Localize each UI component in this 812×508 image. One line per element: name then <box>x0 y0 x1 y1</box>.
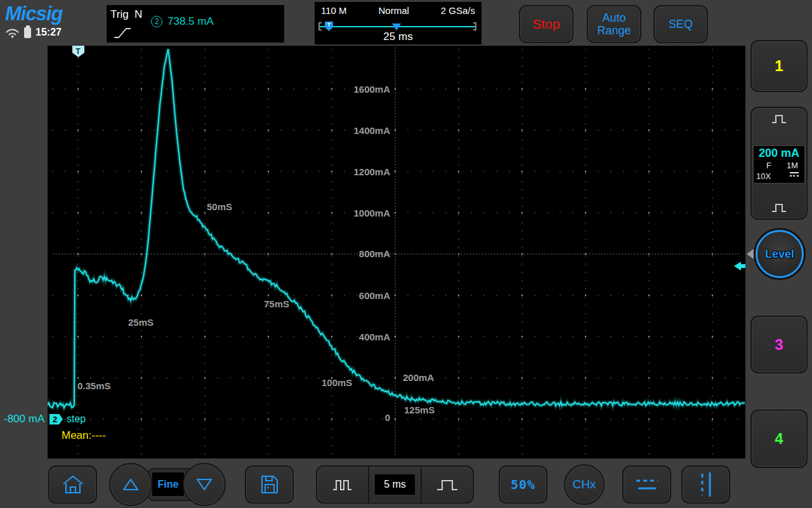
battery-icon <box>24 27 31 38</box>
auto-range-label-2: Range <box>597 24 631 37</box>
timebase-value-cell[interactable]: 5 ms <box>369 467 420 502</box>
trigger-source-badge: 2 <box>151 16 162 27</box>
timebase-zoom-out-button[interactable] <box>317 467 368 502</box>
channel-position-arrow-icon[interactable] <box>747 249 754 259</box>
fine-mode-indicator[interactable]: Fine <box>152 472 184 496</box>
y-axis-label: 1400mA <box>353 125 390 136</box>
channel-1-button[interactable]: 1 <box>750 40 808 92</box>
probe-attenuation: 10X <box>756 171 771 182</box>
seq-label: SEQ <box>669 18 693 31</box>
channel-4-button[interactable]: 4 <box>750 410 808 468</box>
save-button[interactable] <box>245 465 294 504</box>
y-axis-label: 1200mA <box>353 166 390 177</box>
acquisition-row: 110 M Normal 2 GSa/s <box>315 5 481 16</box>
trigger-mode: N <box>134 8 142 21</box>
wifi-icon <box>5 27 20 38</box>
horizontal-cursor-icon <box>633 476 661 493</box>
double-pulse-icon <box>329 478 356 491</box>
time-window: 25 ms <box>315 30 481 43</box>
time-annotation: 0.35mS <box>77 380 111 391</box>
timebase-control-group: 5 ms <box>316 465 474 504</box>
single-pulse-icon <box>435 478 460 491</box>
channel-2-scale-panel[interactable]: 200 mA F 1M 10X <box>750 107 808 220</box>
time-annotation: 125mS <box>404 404 435 415</box>
channel-2-settings-box[interactable]: 200 mA F 1M 10X <box>753 145 805 184</box>
acquisition-mode: Normal <box>379 5 409 16</box>
timebase-zoom-in-button[interactable] <box>422 467 473 502</box>
waveform-canvas: T <box>48 46 745 458</box>
horizontal-cursor-button[interactable] <box>622 465 671 504</box>
vertical-cursor-icon <box>693 471 719 498</box>
slider-right-bracket <box>473 22 476 30</box>
y-axis-label: 1000mA <box>353 208 390 218</box>
timebase-value: 5 ms <box>375 474 415 495</box>
clock: 15:27 <box>36 27 62 38</box>
memory-depth: 110 M <box>321 5 347 16</box>
home-icon <box>62 474 84 495</box>
scale-up-pulse-icon[interactable] <box>771 113 787 124</box>
seq-button[interactable]: SEQ <box>653 5 708 43</box>
y-axis-label: 600mA <box>359 290 390 301</box>
trigger-level-value: 738.5 mA <box>167 15 214 28</box>
trigger-label: Trig <box>110 8 129 21</box>
dc-coupling-icon <box>790 171 799 177</box>
stop-label: Stop <box>532 17 560 32</box>
channel-2-row-2: F 1M <box>754 160 804 171</box>
rising-edge-icon <box>113 25 132 39</box>
waveform-glow <box>48 49 745 408</box>
channel-2-scale-value: 200 mA <box>754 146 804 160</box>
home-button[interactable] <box>48 465 97 504</box>
brand-logo: Micsig <box>5 3 62 25</box>
timebase-status-panel[interactable]: 110 M Normal 2 GSa/s T 25 ms <box>315 2 481 44</box>
measurement-readout: Mean:---- <box>62 429 106 442</box>
time-annotation: 75mS <box>264 298 289 309</box>
time-annotation: 25mS <box>128 317 154 328</box>
chx-label: CHx <box>573 478 596 491</box>
save-icon <box>259 475 280 494</box>
channel-3-label: 3 <box>775 336 783 354</box>
y-axis-label: 200mA <box>403 372 434 383</box>
decrease-button[interactable] <box>183 463 226 506</box>
y-axis-label: 400mA <box>359 331 390 342</box>
channel-1-label: 1 <box>775 57 783 75</box>
channel-position-marker[interactable]: 2 step <box>49 413 86 425</box>
y-axis-label: 800mA <box>359 248 390 259</box>
channel-offset-label: -800 mA <box>4 413 44 425</box>
channel-4-label: 4 <box>775 430 783 448</box>
bandwidth-limit: F <box>766 160 771 171</box>
time-annotation: 50mS <box>207 201 232 212</box>
trigger-50-percent-button[interactable]: 50% <box>499 465 547 504</box>
slider-position-marker[interactable] <box>392 23 401 30</box>
channel-mode-label: step <box>67 413 86 425</box>
channel-3-button[interactable]: 3 <box>750 316 808 373</box>
fifty-percent-label: 50% <box>511 477 535 492</box>
auto-range-label-1: Auto <box>602 11 625 24</box>
trigger-level-knob[interactable]: Level <box>756 230 804 278</box>
waveform-glow <box>48 49 745 408</box>
waveform-trace <box>48 49 745 408</box>
scale-down-pulse-icon[interactable] <box>771 202 787 213</box>
sample-rate: 2 GSa/s <box>441 5 475 16</box>
trigger-level-arrow-icon <box>734 262 745 271</box>
triangle-down-icon <box>195 477 213 492</box>
time-annotation: 100mS <box>322 377 352 388</box>
increase-button[interactable] <box>109 463 152 506</box>
slider-trigger-flag[interactable]: T <box>325 22 333 31</box>
channel-2-badge: 2 <box>49 414 63 425</box>
trigger-level-readout: 2 738.5 mA <box>151 15 214 28</box>
channel-2-row-3: 10X <box>754 171 804 182</box>
oscilloscope-app: Micsig 15:27 Trig N 2 738.5 mA 110 M Nor… <box>0 0 812 508</box>
trigger-flag-letter: T <box>75 47 81 56</box>
channel-select-button[interactable]: CHx <box>564 464 605 505</box>
waveform-display-area[interactable]: T 1600mA1400mA1200mA1000mA800mA600mA400m… <box>48 46 745 458</box>
status-row: 15:27 <box>5 27 62 38</box>
level-knob-label: Level <box>765 248 794 261</box>
vertical-cursor-button[interactable] <box>681 465 730 504</box>
fine-label: Fine <box>158 479 179 490</box>
triangle-up-icon <box>122 477 140 492</box>
auto-range-button[interactable]: Auto Range <box>587 5 641 43</box>
stop-button[interactable]: Stop <box>519 5 573 43</box>
input-impedance: 1M <box>787 160 798 171</box>
trigger-status-panel[interactable]: Trig N 2 738.5 mA <box>107 5 284 43</box>
slider-left-bracket <box>318 22 322 30</box>
